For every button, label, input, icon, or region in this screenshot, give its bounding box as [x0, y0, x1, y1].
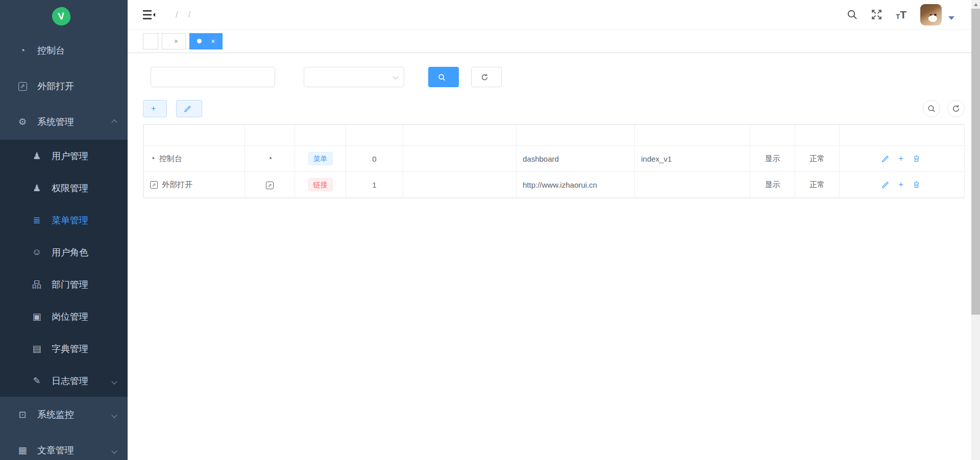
font-size-icon[interactable]: TT — [896, 9, 906, 20]
tab-home[interactable] — [143, 33, 158, 49]
sidebar-item-dict-admin[interactable]: ▤ 字典管理 — [0, 333, 128, 365]
col-icon — [245, 125, 295, 146]
col-type — [295, 125, 346, 146]
sidebar-menu: ◔ 控制台 ⇗ 外部打开 ⚙ 系统管理 ♟ 用户管理 ♟ 权限管理 ≣ 菜单管理… — [0, 33, 128, 460]
menu-table: ◔ 控制台 ◔ 菜单 0 dashboard index_v1 显示 正常 + — [143, 124, 965, 198]
chevron-icon — [111, 119, 117, 125]
sidebar-item-system-admin[interactable]: ⚙ 系统管理 — [0, 104, 128, 140]
add-button[interactable]: + — [143, 100, 167, 117]
search-icon[interactable] — [847, 9, 857, 20]
breadcrumb: / / — [170, 10, 195, 20]
table-body: ◔ 控制台 ◔ 菜单 0 dashboard index_v1 显示 正常 + — [144, 146, 965, 198]
logo[interactable]: V — [0, 0, 128, 33]
col-perms — [403, 125, 517, 146]
menu-tree-icon: ≣ — [30, 215, 44, 226]
edit-link[interactable] — [882, 155, 891, 163]
fullscreen-icon[interactable] — [871, 9, 882, 20]
badge-icon: ▣ — [30, 311, 44, 322]
sidebar-item-system-monitor[interactable]: ⊡ 系统监控 — [0, 397, 128, 432]
toggle-search-button[interactable] — [923, 100, 940, 117]
chevron-icon — [111, 378, 117, 384]
dashboard-icon: ◔ — [267, 154, 273, 163]
sidebar-item-role-admin[interactable]: ♟ 权限管理 — [0, 172, 128, 204]
edit-sort-button[interactable] — [176, 100, 202, 117]
topbar: / / TT — [128, 0, 980, 30]
logo-icon: V — [51, 6, 71, 27]
status-select[interactable] — [304, 67, 404, 87]
delete-link[interactable] — [913, 155, 922, 163]
plus-icon: + — [898, 155, 903, 163]
external-link-icon: ⇗ — [15, 82, 30, 91]
search-button[interactable] — [428, 67, 459, 87]
type-tag: 链接 — [308, 178, 333, 191]
menu-name-input[interactable] — [151, 67, 275, 87]
sidebar-item-log-admin[interactable]: ✎ 日志管理 — [0, 365, 128, 397]
col-component — [635, 125, 750, 146]
plus-icon: + — [898, 181, 903, 189]
tabs-bar: × × — [128, 30, 980, 53]
page-scrollbar[interactable] — [971, 0, 980, 460]
dictionary-icon: ▤ — [30, 343, 44, 354]
active-dot-icon — [197, 39, 202, 43]
scrollbar-thumb[interactable] — [971, 9, 980, 315]
dashboard-icon: ◔ — [15, 45, 30, 56]
filter-form — [143, 67, 965, 87]
user-icon: ♟ — [30, 150, 44, 162]
sidebar-item-dashboard[interactable]: ◔ 控制台 — [0, 33, 128, 68]
user-menu-caret-icon[interactable] — [948, 16, 954, 20]
col-actions — [840, 125, 965, 146]
gear-icon: ⚙ — [15, 116, 30, 127]
scrollbar-up-button[interactable] — [971, 0, 980, 9]
dashboard-icon: ◔ — [150, 154, 155, 163]
col-menu-name — [144, 125, 245, 146]
face-icon: ☺ — [30, 247, 44, 258]
add-child-link[interactable]: + — [898, 181, 905, 189]
close-tab-icon[interactable]: × — [174, 38, 178, 45]
sidebar-item-post-admin[interactable]: ▣ 岗位管理 — [0, 300, 128, 333]
monitor-icon: ⊡ — [15, 409, 30, 420]
tab-menu-admin[interactable]: × — [189, 33, 223, 49]
sidebar-item-article-admin[interactable]: ▦ 文章管理 — [0, 432, 128, 460]
sidebar-item-external-open[interactable]: ⇗ 外部打开 — [0, 68, 128, 104]
add-child-link[interactable]: + — [898, 155, 905, 163]
type-tag: 菜单 — [308, 152, 333, 165]
sidebar-item-dept-admin[interactable]: 品 部门管理 — [0, 268, 128, 300]
refresh-button[interactable] — [947, 100, 965, 117]
table-row: ◔ 控制台 ◔ 菜单 0 dashboard index_v1 显示 正常 + — [144, 146, 965, 172]
sidebar-item-menu-admin[interactable]: ≣ 菜单管理 — [0, 204, 128, 236]
article-icon: ▦ — [15, 445, 30, 456]
col-visible — [750, 125, 795, 146]
table-row: ⇗ 外部打开 ⇗ 链接 1 http://www.izhaorui.cn 显示 … — [144, 172, 965, 198]
org-tree-icon: 品 — [30, 278, 44, 291]
collapse-sidebar-icon[interactable] — [143, 9, 155, 20]
log-icon: ✎ — [30, 375, 44, 387]
col-order — [346, 125, 403, 146]
sidebar: V ◔ 控制台 ⇗ 外部打开 ⚙ 系统管理 ♟ 用户管理 ♟ 权限管理 ≣ 菜单… — [0, 0, 128, 460]
chevron-down-icon — [393, 73, 398, 79]
col-route — [517, 125, 635, 146]
table-header-row — [144, 125, 965, 146]
chevron-icon — [111, 448, 117, 453]
col-status — [795, 125, 840, 146]
external-link-icon: ⇗ — [150, 181, 158, 189]
tab-role-admin[interactable]: × — [162, 33, 186, 49]
reset-button[interactable] — [471, 67, 502, 87]
users-icon: ♟ — [30, 183, 44, 194]
sidebar-item-user-role[interactable]: ☺ 用户角色 — [0, 236, 128, 268]
external-link-icon: ⇗ — [266, 183, 274, 188]
avatar[interactable] — [920, 4, 942, 25]
close-tab-icon[interactable]: × — [211, 38, 215, 45]
sidebar-item-user-admin[interactable]: ♟ 用户管理 — [0, 140, 128, 172]
delete-link[interactable] — [913, 181, 922, 189]
chevron-icon — [111, 412, 117, 418]
edit-link[interactable] — [882, 181, 891, 189]
